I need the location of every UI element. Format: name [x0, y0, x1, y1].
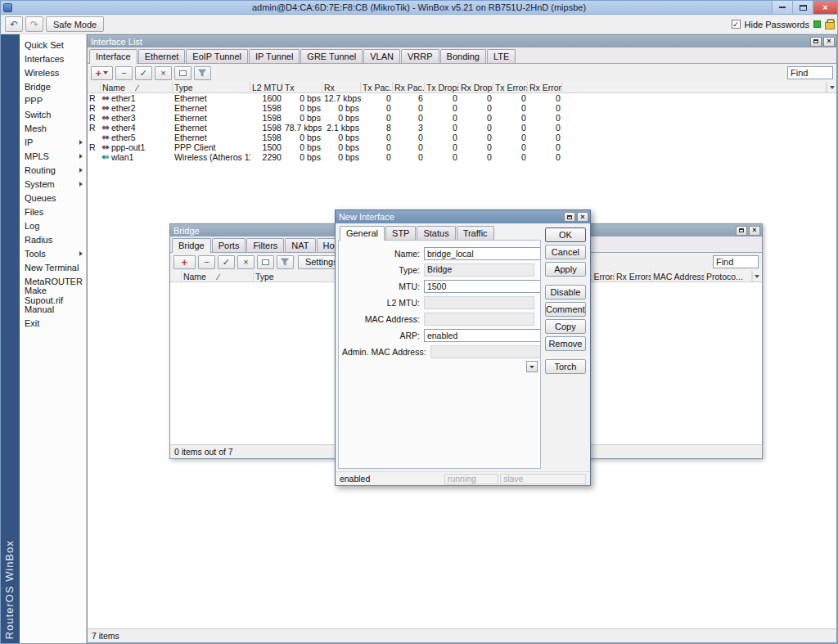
restore-button[interactable] [564, 212, 575, 222]
comment-button[interactable] [174, 66, 191, 80]
disable-button[interactable]: × [237, 255, 255, 269]
find-input[interactable] [787, 66, 833, 79]
tab-ip-tunnel[interactable]: IP Tunnel [249, 49, 300, 63]
tab-gre-tunnel[interactable]: GRE Tunnel [300, 49, 363, 63]
restore-button[interactable] [810, 37, 822, 47]
table-row[interactable]: Rether4Ethernet159878.7 kbps2.1 kbps8300… [88, 123, 836, 133]
safe-mode-button[interactable]: Safe Mode [46, 16, 104, 32]
sidebar-item-mpls[interactable]: MPLS [20, 149, 86, 163]
column-header-tx_drops[interactable]: Tx Drops [425, 82, 459, 92]
find-input[interactable] [713, 255, 759, 268]
comment-button[interactable] [257, 255, 274, 269]
sidebar-item-quick-set[interactable]: Quick Set [20, 38, 86, 52]
minimize-button[interactable] [772, 1, 792, 14]
column-header-flag[interactable] [88, 82, 101, 92]
redo-button[interactable]: ↷ [25, 16, 43, 32]
tab-lte[interactable]: LTE [487, 49, 516, 63]
arp-field[interactable] [424, 329, 541, 342]
sidebar-item-wireless[interactable]: Wireless [20, 65, 86, 79]
close-dialog-button[interactable]: × [577, 212, 588, 222]
tab-eoip-tunnel[interactable]: EoIP Tunnel [186, 49, 248, 63]
add-button[interactable]: + [173, 255, 196, 269]
sidebar-item-switch[interactable]: Switch [20, 107, 86, 121]
column-select-button[interactable] [752, 271, 762, 281]
tab-bridge[interactable]: Bridge [172, 238, 211, 253]
tab-stp[interactable]: STP [385, 226, 416, 240]
column-header-l2mtu[interactable]: L2 MTU [250, 82, 283, 92]
column-header-name[interactable]: Name∕ [101, 82, 173, 92]
admin-mac-address-dropdown-button[interactable] [526, 361, 538, 372]
sidebar-item-bridge[interactable]: Bridge [20, 79, 86, 93]
column-header-tx_errors[interactable]: Tx Errors [493, 82, 528, 92]
table-row[interactable]: Rether2Ethernet15980 bps0 bps000000 [88, 103, 836, 113]
sidebar-item-exit[interactable]: Exit [20, 316, 86, 330]
add-button[interactable]: + [91, 66, 113, 80]
maximize-button[interactable] [792, 1, 813, 14]
filter-button[interactable] [194, 66, 211, 80]
remove-button[interactable]: − [115, 66, 133, 80]
table-row[interactable]: Rether3Ethernet15980 bps0 bps000000 [88, 113, 836, 123]
close-button[interactable]: × [813, 1, 837, 14]
tab-ports[interactable]: Ports [212, 238, 246, 252]
column-header-name[interactable]: Name∕ [182, 271, 254, 281]
column-header-blank[interactable] [170, 271, 182, 281]
table-row[interactable]: ether5Ethernet15980 bps0 bps000000 [88, 133, 836, 142]
tab-status[interactable]: Status [417, 226, 455, 240]
sidebar-item-ppp[interactable]: PPP [20, 93, 86, 107]
copy-button[interactable]: Copy [545, 319, 586, 334]
column-select-button[interactable] [827, 82, 836, 92]
sidebar-item-files[interactable]: Files [20, 205, 86, 218]
tab-vrrp[interactable]: VRRP [401, 49, 439, 63]
sidebar-item-ip[interactable]: IP [20, 135, 86, 149]
column-header-rx_errors[interactable]: Rx Errors [528, 82, 562, 92]
sidebar-item-mesh[interactable]: Mesh [20, 121, 86, 135]
sidebar-item-make-supout-rif[interactable]: Make Supout.rif [20, 288, 86, 302]
sidebar-item-log[interactable]: Log [20, 218, 86, 232]
torch-button[interactable]: Torch [545, 359, 586, 374]
sidebar-item-radius[interactable]: Radius [20, 232, 86, 246]
comment-button[interactable]: Comment [545, 302, 586, 317]
table-row[interactable]: Rppp-out1PPP Client15000 bps0 bps000000 [88, 142, 836, 152]
sidebar-item-new-terminal[interactable]: New Terminal [20, 260, 86, 274]
disable-button[interactable]: × [155, 66, 172, 80]
name-field[interactable] [424, 247, 541, 260]
tab-interface[interactable]: Interface [89, 49, 137, 64]
column-header-mac-address[interactable]: MAC Address [651, 271, 705, 281]
ok-button[interactable]: OK [545, 227, 586, 242]
column-header-tx[interactable]: Tx [283, 82, 322, 92]
undo-button[interactable]: ↶ [5, 16, 23, 32]
restore-button[interactable] [736, 226, 747, 236]
tab-vlan[interactable]: VLAN [363, 49, 400, 63]
tab-bonding[interactable]: Bonding [440, 49, 486, 63]
remove-button[interactable]: Remove [545, 336, 586, 351]
table-row[interactable]: wlan1Wireless (Atheros 11N)22900 bps0 bp… [88, 152, 836, 162]
close-window-button[interactable]: × [749, 226, 760, 236]
disable-button[interactable]: Disable [545, 285, 586, 299]
sidebar-item-routing[interactable]: Routing [20, 163, 86, 177]
tab-nat[interactable]: NAT [285, 238, 315, 252]
tab-ethernet[interactable]: Ethernet [138, 49, 186, 63]
column-header-rx_drops[interactable]: Rx Drops [459, 82, 493, 92]
mtu-field[interactable] [424, 280, 541, 293]
sidebar-item-system[interactable]: System [20, 177, 86, 191]
enable-button[interactable]: ✓ [218, 255, 235, 269]
column-header-rx[interactable]: Rx [322, 82, 361, 92]
apply-button[interactable]: Apply [545, 262, 586, 277]
sidebar-item-tools[interactable]: Tools [20, 246, 86, 260]
column-header-rx-errors[interactable]: Rx Errors [615, 271, 651, 281]
tab-traffic[interactable]: Traffic [457, 226, 494, 240]
column-header-type[interactable]: Type [173, 82, 250, 92]
sidebar-item-queues[interactable]: Queues [20, 191, 86, 205]
column-header-rx_pac[interactable]: Rx Pac... [393, 82, 425, 92]
sidebar-item-interfaces[interactable]: Interfaces [20, 52, 86, 65]
tab-general[interactable]: General [340, 226, 385, 241]
column-header-protoco[interactable]: Protoco... [705, 271, 752, 281]
tab-filters[interactable]: Filters [246, 238, 284, 252]
column-header-type[interactable]: Type [254, 271, 336, 281]
hide-passwords-checkbox[interactable]: ✓ [732, 20, 741, 29]
filter-button[interactable] [277, 255, 294, 269]
cancel-button[interactable]: Cancel [545, 245, 586, 259]
table-row[interactable]: Rether1Ethernet16000 bps12.7 kbps060000 [88, 93, 836, 103]
column-header-tx_pac[interactable]: Tx Pac... [361, 82, 393, 92]
close-window-button[interactable]: × [823, 37, 835, 47]
